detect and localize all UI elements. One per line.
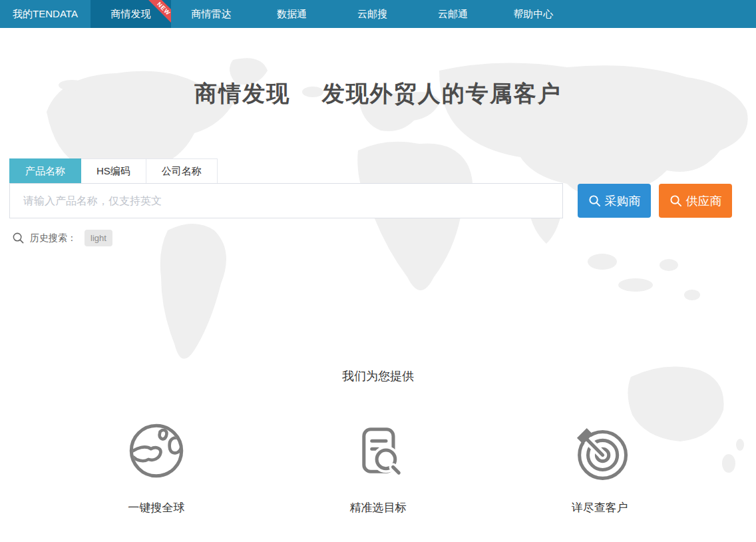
tab-label: HS编码	[96, 165, 130, 178]
search-input[interactable]	[9, 183, 563, 218]
tab-label: 公司名称	[162, 165, 202, 178]
search-section: 产品名称 HS编码 公司名称 采购商	[9, 158, 747, 218]
nav-item-business-radar[interactable]: 商情雷达	[171, 0, 252, 28]
feature-label: 详尽查客户	[572, 500, 628, 515]
tab-hs-code[interactable]: HS编码	[81, 158, 146, 183]
tab-company-name[interactable]: 公司名称	[146, 158, 218, 183]
search-row: 采购商 供应商	[9, 183, 747, 218]
nav-item-label: 商情发现	[111, 8, 151, 21]
search-icon	[588, 194, 601, 207]
nav-item-label: 数据通	[277, 8, 307, 21]
nav-item-cloud-mail-search[interactable]: 云邮搜	[332, 0, 413, 28]
history-tag[interactable]: light	[85, 230, 112, 246]
supplier-button-label: 供应商	[686, 193, 722, 209]
nav-item-data-link[interactable]: 数据通	[252, 0, 332, 28]
buyer-search-button[interactable]: 采购商	[578, 184, 651, 218]
nav-item-help-center[interactable]: 帮助中心	[493, 0, 574, 28]
nav-item-cloud-mail[interactable]: 云邮通	[413, 0, 493, 28]
search-tabs: 产品名称 HS编码 公司名称	[9, 158, 747, 183]
feature-precise-target: 精准选目标	[267, 420, 488, 515]
feature-detailed-customer: 详尽查客户	[489, 420, 711, 515]
nav-item-label: 我的TENDATA	[13, 8, 78, 21]
supplier-search-button[interactable]: 供应商	[659, 184, 732, 218]
features-title: 我们为您提供	[0, 368, 756, 384]
nav-item-label: 帮助中心	[514, 8, 554, 21]
history-label: 历史搜索：	[30, 232, 77, 244]
top-nav: 我的TENDATA 商情发现 NEW 商情雷达 数据通 云邮搜 云邮通 帮助中心	[0, 0, 756, 28]
new-badge: NEW	[147, 0, 171, 25]
history-search-icon	[12, 232, 25, 244]
feature-label: 精准选目标	[349, 500, 406, 515]
target-dart-icon	[569, 420, 630, 481]
nav-item-label: 云邮搜	[357, 8, 387, 21]
page: 我的TENDATA 商情发现 NEW 商情雷达 数据通 云邮搜 云邮通 帮助中心…	[0, 0, 756, 542]
history-search: 历史搜索： light	[12, 230, 747, 246]
page-title: 商情发现 发现外贸人的专属客户	[0, 79, 756, 109]
feature-label: 一键搜全球	[128, 500, 184, 515]
tab-label: 产品名称	[25, 165, 65, 178]
globe-icon	[126, 420, 187, 481]
nav-item-label: 云邮通	[438, 8, 468, 21]
feature-global-search: 一键搜全球	[45, 420, 267, 515]
tab-product-name[interactable]: 产品名称	[9, 158, 81, 183]
document-search-icon	[347, 420, 409, 481]
buyer-button-label: 采购商	[605, 193, 641, 209]
nav-item-label: 商情雷达	[192, 8, 232, 21]
search-icon	[669, 194, 682, 207]
feature-row: 一键搜全球 精准选目标	[45, 420, 711, 515]
nav-item-my-tendata[interactable]: 我的TENDATA	[0, 0, 91, 28]
nav-item-business-discovery[interactable]: 商情发现 NEW	[91, 0, 171, 28]
features-section: 我们为您提供 一键搜全球	[0, 368, 756, 515]
